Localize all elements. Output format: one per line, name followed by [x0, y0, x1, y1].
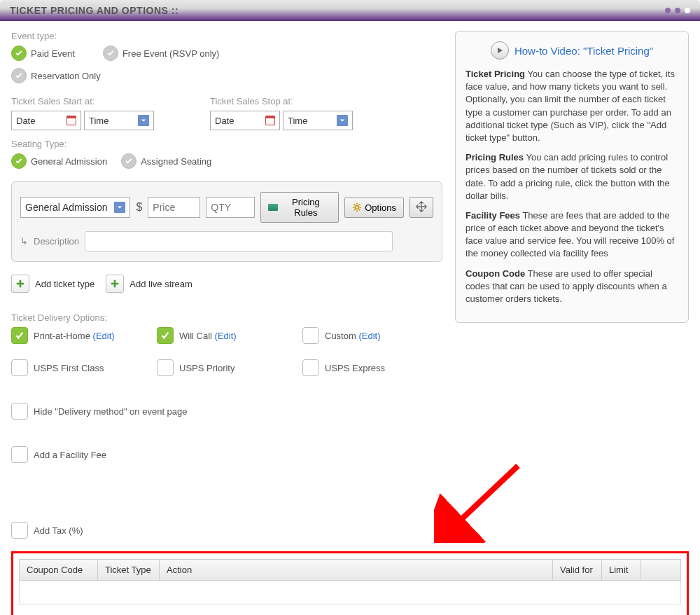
sales-start-label: Ticket Sales Start at: — [11, 96, 154, 106]
time-placeholder: Time — [288, 116, 307, 126]
enter-arrow-icon: ↳ — [20, 236, 28, 247]
how-to-video-link[interactable]: How-to Video: "Ticket Pricing" — [514, 45, 653, 57]
play-icon[interactable] — [491, 41, 509, 60]
step-dot[interactable] — [665, 8, 671, 13]
edit-will-call-link[interactable]: (Edit) — [215, 331, 237, 341]
help-pricing-rules: Pricing Rules You can add pricing rules … — [465, 151, 678, 202]
move-icon — [415, 200, 428, 215]
price-input[interactable] — [148, 197, 200, 218]
date-placeholder: Date — [16, 116, 35, 126]
sales-stop-time-input[interactable]: Time — [283, 111, 353, 130]
gear-icon — [352, 202, 362, 212]
annotation-arrow-icon — [434, 459, 525, 543]
coupon-table-header: Coupon Code Ticket Type Action Valid for… — [19, 559, 681, 581]
th-valid-for: Valid for — [553, 560, 602, 580]
print-home-label: Print-at-Home (Edit) — [34, 331, 115, 341]
help-panel: How-to Video: "Ticket Pricing" Ticket Pr… — [455, 31, 689, 323]
edit-custom-link[interactable]: (Edit) — [358, 331, 380, 341]
qty-input[interactable] — [206, 197, 255, 218]
money-icon — [268, 204, 277, 211]
add-live-stream-button[interactable]: Add live stream — [106, 275, 192, 293]
coupon-table-body — [19, 581, 681, 604]
delivery-options-label: Ticket Delivery Options: — [11, 312, 442, 323]
usps-first-label: USPS First Class — [34, 363, 104, 373]
svg-point-0 — [356, 205, 359, 209]
chevron-down-icon — [114, 202, 125, 213]
time-placeholder: Time — [89, 116, 108, 126]
ticket-config-panel: General Admission $ Pricing Rules Option… — [11, 181, 442, 262]
checkbox-custom[interactable] — [302, 327, 319, 344]
options-button[interactable]: Options — [344, 198, 404, 218]
will-call-label: Will Call (Edit) — [179, 331, 237, 341]
checkbox-usps-express[interactable] — [302, 359, 319, 376]
currency-symbol: $ — [136, 201, 142, 214]
edit-print-home-link[interactable]: (Edit) — [93, 331, 115, 341]
plus-icon — [106, 275, 124, 293]
ticket-type-select[interactable]: General Admission — [20, 197, 130, 218]
th-limit: Limit — [602, 560, 641, 580]
svg-line-1 — [455, 466, 518, 525]
custom-label: Custom (Edit) — [325, 331, 380, 341]
radio-reservation-label: Reservation Only — [31, 71, 101, 81]
radio-free-label: Free Event (RSVP only) — [122, 48, 219, 59]
options-label: Options — [365, 202, 396, 213]
radio-reservation[interactable] — [11, 68, 27, 83]
th-ticket-type: Ticket Type — [98, 560, 160, 580]
sales-stop-label: Ticket Sales Stop at: — [210, 96, 353, 106]
help-ticket-pricing: Ticket Pricing You can choose the type o… — [465, 68, 678, 144]
chevron-down-icon — [337, 115, 348, 126]
checkbox-hide-delivery[interactable] — [11, 403, 28, 420]
radio-paid-event[interactable] — [11, 46, 27, 61]
step-dot[interactable] — [675, 8, 680, 13]
step-dot-active[interactable] — [685, 8, 690, 13]
description-input[interactable] — [85, 231, 393, 251]
checkbox-usps-priority[interactable] — [157, 359, 174, 376]
help-facility-fees: Facility Fees These are fees that are ad… — [465, 209, 678, 261]
checkbox-will-call[interactable] — [157, 327, 174, 344]
chevron-down-icon — [138, 115, 149, 126]
description-label: Description — [34, 236, 79, 247]
plus-icon — [11, 275, 29, 293]
sales-stop-date-input[interactable]: Date — [210, 111, 280, 130]
radio-general-label: General Admission — [31, 156, 107, 167]
facility-fee-label: Add a Facility Fee — [34, 450, 106, 460]
usps-priority-label: USPS Priority — [179, 363, 234, 373]
checkbox-add-tax[interactable] — [11, 522, 28, 539]
pricing-rules-button[interactable]: Pricing Rules — [260, 192, 339, 223]
add-ticket-label: Add ticket type — [35, 279, 94, 289]
page-title: TICKET PRICING AND OPTIONS :: — [10, 5, 178, 16]
radio-free-event[interactable] — [103, 46, 118, 61]
seating-type-label: Seating Type: — [11, 139, 442, 149]
th-actions — [641, 560, 680, 580]
th-action: Action — [160, 560, 553, 580]
calendar-icon — [265, 116, 275, 125]
radio-assigned-label: Assigned Seating — [141, 156, 211, 167]
radio-paid-label: Paid Event — [31, 48, 75, 59]
add-tax-label: Add Tax (%) — [34, 525, 83, 536]
pricing-rules-label: Pricing Rules — [281, 197, 332, 218]
move-button[interactable] — [410, 197, 433, 218]
event-type-label: Event type: — [11, 31, 442, 41]
hide-delivery-label: Hide "Delivery method" on event page — [34, 406, 188, 417]
radio-assigned-seating[interactable] — [121, 153, 136, 169]
checkbox-print-at-home[interactable] — [11, 327, 28, 344]
help-coupon-code: Coupon Code These are used to offer spec… — [465, 268, 678, 306]
th-coupon-code: Coupon Code — [20, 560, 98, 580]
ticket-type-value: General Admission — [25, 202, 108, 213]
header-bar: TICKET PRICING AND OPTIONS :: — [0, 0, 700, 21]
step-dots — [665, 8, 690, 13]
add-stream-label: Add live stream — [130, 279, 192, 289]
date-placeholder: Date — [215, 116, 234, 126]
sales-start-date-input[interactable]: Date — [11, 111, 81, 130]
usps-express-label: USPS Express — [325, 363, 385, 373]
calendar-icon — [66, 116, 76, 125]
coupon-section-highlight: Coupon Code Ticket Type Action Valid for… — [11, 551, 689, 615]
checkbox-usps-first[interactable] — [11, 359, 28, 376]
sales-start-time-input[interactable]: Time — [84, 111, 154, 130]
radio-general-admission[interactable] — [11, 153, 27, 169]
checkbox-facility-fee[interactable] — [11, 446, 28, 463]
add-ticket-type-button[interactable]: Add ticket type — [11, 275, 94, 293]
